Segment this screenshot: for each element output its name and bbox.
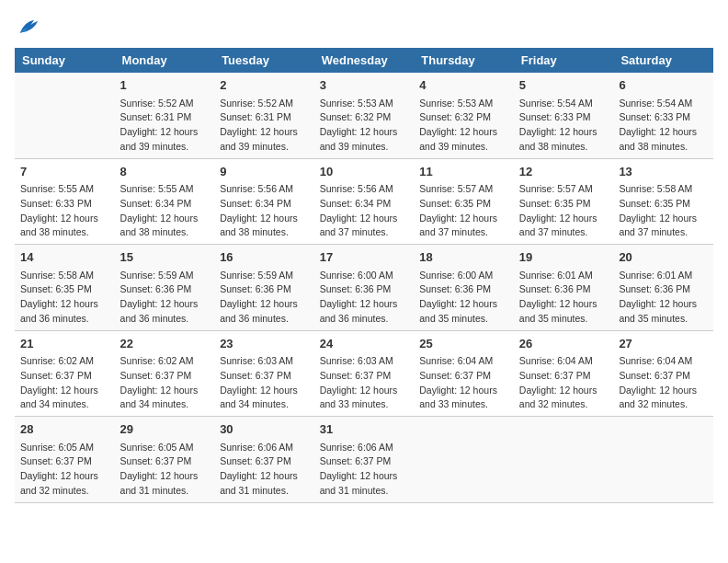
- calendar-cell: 10Sunrise: 5:56 AMSunset: 6:34 PMDayligh…: [314, 158, 415, 245]
- calendar-cell: [514, 417, 614, 503]
- day-info: Sunrise: 5:53 AMSunset: 6:32 PMDaylight:…: [320, 97, 409, 155]
- day-info: Sunrise: 5:57 AMSunset: 6:35 PMDaylight:…: [419, 182, 508, 240]
- calendar-cell: [414, 417, 514, 503]
- calendar-cell: 8Sunrise: 5:55 AMSunset: 6:34 PMDaylight…: [115, 158, 215, 245]
- calendar-cell: 7Sunrise: 5:55 AMSunset: 6:33 PMDaylight…: [15, 158, 115, 245]
- day-info: Sunrise: 5:56 AMSunset: 6:34 PMDaylight:…: [220, 182, 309, 240]
- day-number: 31: [320, 420, 409, 439]
- day-number: 8: [120, 163, 210, 181]
- calendar-cell: 24Sunrise: 6:03 AMSunset: 6:37 PMDayligh…: [314, 330, 415, 417]
- calendar-cell: 15Sunrise: 5:59 AMSunset: 6:36 PMDayligh…: [115, 245, 215, 331]
- day-number: 20: [619, 248, 708, 267]
- day-number: 14: [20, 248, 109, 267]
- calendar-cell: 11Sunrise: 5:57 AMSunset: 6:35 PMDayligh…: [414, 158, 514, 245]
- header-day-friday: Friday: [514, 48, 614, 73]
- logo-icon: [15, 15, 40, 37]
- day-number: 7: [20, 163, 109, 181]
- week-row-1: 1Sunrise: 5:52 AMSunset: 6:31 PMDaylight…: [15, 73, 713, 158]
- day-number: 4: [419, 76, 508, 95]
- week-row-4: 21Sunrise: 6:02 AMSunset: 6:37 PMDayligh…: [15, 330, 713, 417]
- calendar-cell: 21Sunrise: 6:02 AMSunset: 6:37 PMDayligh…: [15, 330, 115, 417]
- day-info: Sunrise: 5:56 AMSunset: 6:34 PMDaylight:…: [320, 182, 409, 240]
- calendar-cell: 3Sunrise: 5:53 AMSunset: 6:32 PMDaylight…: [314, 73, 415, 158]
- day-info: Sunrise: 6:04 AMSunset: 6:37 PMDaylight:…: [519, 354, 609, 412]
- day-number: 13: [619, 163, 708, 181]
- calendar-cell: 2Sunrise: 5:52 AMSunset: 6:31 PMDaylight…: [214, 73, 314, 158]
- day-number: 17: [320, 248, 409, 267]
- day-number: 18: [419, 248, 508, 267]
- calendar-cell: 18Sunrise: 6:00 AMSunset: 6:36 PMDayligh…: [414, 245, 514, 331]
- day-number: 25: [419, 335, 508, 353]
- calendar-cell: 19Sunrise: 6:01 AMSunset: 6:36 PMDayligh…: [514, 245, 614, 331]
- header-day-sunday: Sunday: [15, 48, 115, 73]
- day-info: Sunrise: 6:06 AMSunset: 6:37 PMDaylight:…: [220, 441, 309, 499]
- day-number: 19: [519, 248, 609, 267]
- calendar-cell: 22Sunrise: 6:02 AMSunset: 6:37 PMDayligh…: [115, 330, 215, 417]
- day-info: Sunrise: 5:52 AMSunset: 6:31 PMDaylight:…: [120, 97, 210, 155]
- calendar-cell: 17Sunrise: 6:00 AMSunset: 6:36 PMDayligh…: [314, 245, 415, 331]
- day-info: Sunrise: 5:55 AMSunset: 6:33 PMDaylight:…: [20, 182, 109, 240]
- day-number: 16: [220, 248, 309, 267]
- calendar-cell: 12Sunrise: 5:57 AMSunset: 6:35 PMDayligh…: [514, 158, 614, 245]
- header-day-tuesday: Tuesday: [214, 48, 314, 73]
- page-header: [15, 15, 713, 37]
- calendar-cell: 6Sunrise: 5:54 AMSunset: 6:33 PMDaylight…: [613, 73, 713, 158]
- day-info: Sunrise: 5:58 AMSunset: 6:35 PMDaylight:…: [20, 269, 109, 327]
- day-info: Sunrise: 5:54 AMSunset: 6:33 PMDaylight:…: [519, 97, 609, 155]
- calendar-cell: 31Sunrise: 6:06 AMSunset: 6:37 PMDayligh…: [314, 417, 415, 503]
- calendar-cell: 26Sunrise: 6:04 AMSunset: 6:37 PMDayligh…: [514, 330, 614, 417]
- calendar-cell: 28Sunrise: 6:05 AMSunset: 6:37 PMDayligh…: [15, 417, 115, 503]
- day-number: 27: [619, 335, 708, 353]
- day-info: Sunrise: 5:55 AMSunset: 6:34 PMDaylight:…: [120, 182, 210, 240]
- day-info: Sunrise: 6:05 AMSunset: 6:37 PMDaylight:…: [120, 441, 210, 499]
- day-info: Sunrise: 6:00 AMSunset: 6:36 PMDaylight:…: [419, 269, 508, 327]
- day-info: Sunrise: 6:05 AMSunset: 6:37 PMDaylight:…: [20, 441, 109, 499]
- day-info: Sunrise: 6:01 AMSunset: 6:36 PMDaylight:…: [619, 269, 708, 327]
- calendar-cell: 20Sunrise: 6:01 AMSunset: 6:36 PMDayligh…: [613, 245, 713, 331]
- day-info: Sunrise: 5:53 AMSunset: 6:32 PMDaylight:…: [419, 97, 508, 155]
- day-number: 21: [20, 335, 109, 353]
- day-info: Sunrise: 6:04 AMSunset: 6:37 PMDaylight:…: [619, 354, 708, 412]
- header-day-thursday: Thursday: [414, 48, 514, 73]
- day-info: Sunrise: 6:00 AMSunset: 6:36 PMDaylight:…: [320, 269, 409, 327]
- day-info: Sunrise: 6:02 AMSunset: 6:37 PMDaylight:…: [20, 354, 109, 412]
- day-info: Sunrise: 6:02 AMSunset: 6:37 PMDaylight:…: [120, 354, 210, 412]
- calendar-cell: [613, 417, 713, 503]
- day-number: 29: [120, 420, 210, 439]
- header-day-monday: Monday: [115, 48, 215, 73]
- day-number: 22: [120, 335, 210, 353]
- header-day-wednesday: Wednesday: [314, 48, 415, 73]
- day-number: 30: [220, 420, 309, 439]
- day-number: 28: [20, 420, 109, 439]
- week-row-5: 28Sunrise: 6:05 AMSunset: 6:37 PMDayligh…: [15, 417, 713, 503]
- week-row-2: 7Sunrise: 5:55 AMSunset: 6:33 PMDaylight…: [15, 158, 713, 245]
- calendar-cell: 16Sunrise: 5:59 AMSunset: 6:36 PMDayligh…: [214, 245, 314, 331]
- day-number: 5: [519, 76, 609, 95]
- day-number: 1: [120, 76, 210, 95]
- calendar-cell: 9Sunrise: 5:56 AMSunset: 6:34 PMDaylight…: [214, 158, 314, 245]
- calendar-header: SundayMondayTuesdayWednesdayThursdayFrid…: [15, 48, 713, 73]
- day-info: Sunrise: 5:57 AMSunset: 6:35 PMDaylight:…: [519, 182, 609, 240]
- day-number: 3: [320, 76, 409, 95]
- day-number: 11: [419, 163, 508, 181]
- calendar-table: SundayMondayTuesdayWednesdayThursdayFrid…: [15, 48, 713, 503]
- day-info: Sunrise: 5:59 AMSunset: 6:36 PMDaylight:…: [120, 269, 210, 327]
- calendar-cell: 4Sunrise: 5:53 AMSunset: 6:32 PMDaylight…: [414, 73, 514, 158]
- calendar-cell: 29Sunrise: 6:05 AMSunset: 6:37 PMDayligh…: [115, 417, 215, 503]
- week-row-3: 14Sunrise: 5:58 AMSunset: 6:35 PMDayligh…: [15, 245, 713, 331]
- day-info: Sunrise: 6:03 AMSunset: 6:37 PMDaylight:…: [320, 354, 409, 412]
- header-day-saturday: Saturday: [613, 48, 713, 73]
- day-number: 26: [519, 335, 609, 353]
- logo: [15, 15, 44, 37]
- calendar-cell: [15, 73, 115, 158]
- day-info: Sunrise: 6:06 AMSunset: 6:37 PMDaylight:…: [320, 441, 409, 499]
- calendar-cell: 25Sunrise: 6:04 AMSunset: 6:37 PMDayligh…: [414, 330, 514, 417]
- calendar-cell: 5Sunrise: 5:54 AMSunset: 6:33 PMDaylight…: [514, 73, 614, 158]
- day-number: 6: [619, 76, 708, 95]
- day-info: Sunrise: 5:58 AMSunset: 6:35 PMDaylight:…: [619, 182, 708, 240]
- day-info: Sunrise: 5:59 AMSunset: 6:36 PMDaylight:…: [220, 269, 309, 327]
- calendar-cell: 14Sunrise: 5:58 AMSunset: 6:35 PMDayligh…: [15, 245, 115, 331]
- day-info: Sunrise: 6:03 AMSunset: 6:37 PMDaylight:…: [220, 354, 309, 412]
- day-info: Sunrise: 5:54 AMSunset: 6:33 PMDaylight:…: [619, 97, 708, 155]
- day-number: 24: [320, 335, 409, 353]
